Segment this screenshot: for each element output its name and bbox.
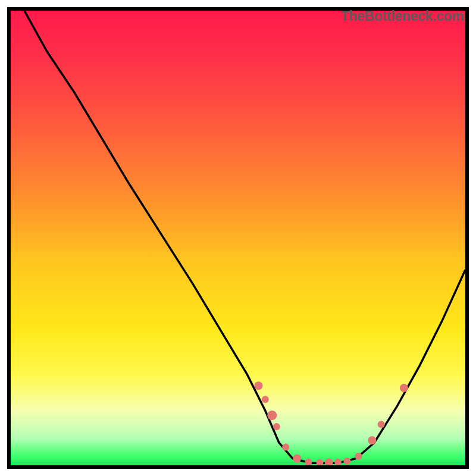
data-point: [343, 458, 350, 465]
data-point: [254, 381, 262, 390]
data-point: [293, 455, 301, 463]
data-point: [305, 459, 312, 465]
plot-svg: [11, 11, 465, 465]
data-point: [400, 384, 408, 392]
data-point: [262, 396, 269, 403]
data-point: [325, 458, 333, 465]
data-point: [267, 411, 277, 420]
data-point: [355, 453, 362, 460]
data-point: [282, 443, 289, 450]
data-point: [273, 423, 280, 430]
data-point-layer: [254, 381, 408, 465]
data-point: [334, 459, 342, 465]
watermark-text: TheBottleneck.com: [341, 8, 464, 24]
chart-frame: TheBottleneck.com: [0, 0, 476, 476]
data-point: [378, 421, 385, 428]
data-point: [317, 459, 324, 465]
data-point: [368, 436, 376, 444]
bottleneck-curve: [24, 11, 465, 463]
